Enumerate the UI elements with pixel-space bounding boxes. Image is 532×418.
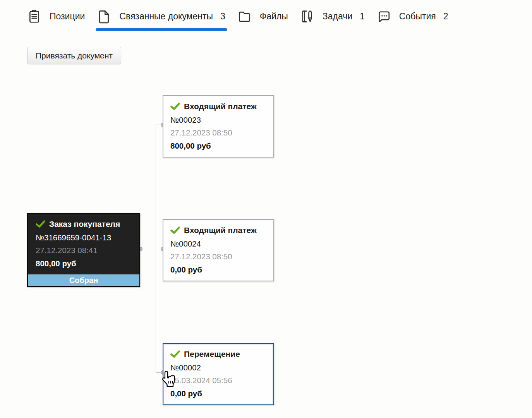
tab-tasks[interactable]: Задачи 1 bbox=[300, 9, 365, 31]
card-title-row: Заказ покупателя bbox=[36, 217, 132, 231]
link-document-button[interactable]: Привязать документ bbox=[27, 47, 121, 64]
document-datetime: 27.12.2023 08:50 bbox=[170, 126, 266, 139]
check-icon bbox=[170, 103, 180, 110]
document-number: №00023 bbox=[170, 113, 266, 126]
linked-document-card[interactable]: Входящий платеж №00023 27.12.2023 08:50 … bbox=[163, 95, 274, 158]
check-icon bbox=[36, 220, 45, 228]
status-badge: Собран bbox=[28, 274, 139, 286]
check-icon bbox=[170, 226, 180, 234]
document-datetime: 15.03.2024 05:56 bbox=[170, 374, 266, 387]
tab-label: Связанные документы bbox=[119, 11, 213, 22]
document-type: Перемещение bbox=[184, 347, 240, 361]
events-icon bbox=[377, 9, 391, 24]
linked-document-card[interactable]: Входящий платеж №00024 27.12.2023 08:50 … bbox=[163, 219, 274, 281]
document-datetime: 27.12.2023 08:50 bbox=[170, 250, 266, 263]
document-number: №31669659-0041-13 bbox=[36, 231, 132, 244]
tab-events[interactable]: События 2 bbox=[377, 9, 448, 31]
document-amount: 800,00 руб bbox=[36, 257, 132, 271]
document-icon bbox=[97, 9, 111, 24]
folder-icon bbox=[237, 9, 252, 24]
connector-line-middle bbox=[141, 249, 163, 249]
check-icon bbox=[170, 350, 180, 358]
active-tab-underline bbox=[96, 28, 227, 31]
document-amount: 0,00 руб bbox=[170, 387, 266, 401]
document-amount: 0,00 руб bbox=[170, 263, 266, 277]
tab-files[interactable]: Файлы bbox=[237, 9, 288, 31]
tab-count: 3 bbox=[220, 11, 225, 22]
document-datetime: 27.12.2023 08:41 bbox=[36, 244, 132, 257]
tab-label: Позиции bbox=[50, 11, 85, 22]
tab-label: Задачи bbox=[323, 11, 352, 22]
card-title-row: Перемещение bbox=[170, 347, 266, 361]
tab-label: События bbox=[399, 11, 436, 22]
document-type: Входящий платеж bbox=[184, 223, 257, 237]
document-type: Заказ покупателя bbox=[49, 217, 120, 231]
document-type: Входящий платеж bbox=[184, 99, 257, 113]
linked-documents-screen: Позиции Связанные документы 3 Файлы bbox=[0, 0, 532, 418]
document-amount: 800,00 руб bbox=[170, 139, 266, 153]
tab-linked-documents[interactable]: Связанные документы 3 bbox=[97, 9, 225, 31]
tab-bar: Позиции Связанные документы 3 Файлы bbox=[0, 0, 532, 31]
clipboard-icon bbox=[27, 9, 41, 24]
tab-label: Файлы bbox=[260, 11, 288, 22]
tab-positions[interactable]: Позиции bbox=[27, 9, 85, 31]
tab-count: 2 bbox=[443, 11, 448, 22]
linked-document-card-selected[interactable]: Перемещение №00002 15.03.2024 05:56 0,00… bbox=[163, 343, 274, 405]
card-title-row: Входящий платеж bbox=[170, 223, 266, 237]
card-title-row: Входящий платеж bbox=[170, 99, 266, 113]
tasks-icon bbox=[300, 9, 314, 24]
source-document-card[interactable]: Заказ покупателя №31669659-0041-13 27.12… bbox=[27, 213, 140, 287]
tab-count: 1 bbox=[360, 11, 365, 22]
document-number: №00024 bbox=[170, 237, 266, 250]
document-number: №00002 bbox=[170, 361, 266, 374]
